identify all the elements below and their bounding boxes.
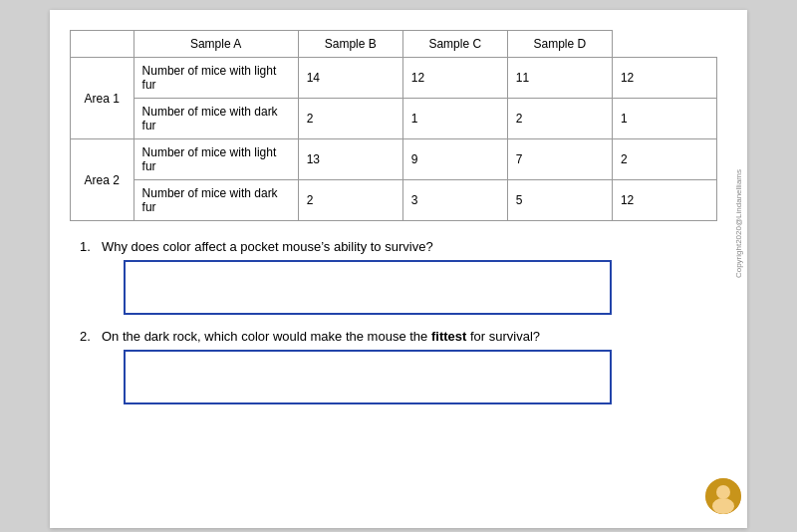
table-row: Area 2 Number of mice with light fur 13 … (71, 139, 717, 180)
row-label-light-fur-area1: Number of mice with light fur (133, 58, 298, 99)
q2-text: On the dark rock, which color would make… (102, 329, 540, 344)
data-table-wrapper: Sample A Sample B Sample C Sample D Area… (70, 30, 717, 221)
cell-b2-dark: 3 (402, 180, 507, 221)
cell-a2-light: 13 (298, 139, 402, 180)
cell-c1-light: 11 (507, 58, 612, 99)
empty-header (71, 31, 134, 58)
cell-a2-dark: 2 (298, 180, 402, 221)
sample-a-header: Sample A (133, 31, 298, 58)
cell-d2-light: 2 (612, 139, 716, 180)
q2-bold: fittest (431, 329, 466, 344)
q1-answer-box[interactable] (124, 260, 612, 315)
sample-c-header: Sample C (402, 31, 507, 58)
cell-b1-dark: 1 (402, 99, 507, 139)
questions-section: 1. Why does color affect a pocket mouse’… (70, 239, 717, 404)
cell-a1-light: 14 (298, 58, 402, 99)
svg-point-1 (716, 485, 730, 499)
area2-label: Area 2 (71, 139, 134, 221)
svg-point-2 (712, 498, 734, 514)
cell-b1-light: 12 (402, 58, 507, 99)
q2-content: On the dark rock, which color would make… (102, 329, 612, 404)
cell-b2-light: 9 (402, 139, 507, 180)
area1-label: Area 1 (71, 58, 134, 139)
sample-d-header: Sample D (507, 31, 612, 58)
sample-b-header: Sample B (298, 31, 402, 58)
cell-a1-dark: 2 (298, 99, 402, 139)
cell-d1-dark: 1 (612, 99, 716, 139)
avatar-icon (705, 478, 741, 514)
row-label-dark-fur-area2: Number of mice with dark fur (133, 180, 298, 221)
cell-c2-dark: 5 (507, 180, 612, 221)
page: Sample A Sample B Sample C Sample D Area… (50, 10, 747, 528)
table-row: Area 1 Number of mice with light fur 14 … (71, 58, 717, 99)
table-row: Number of mice with dark fur 2 3 5 12 (71, 180, 717, 221)
avatar (705, 478, 741, 514)
question-1: 1. Why does color affect a pocket mouse’… (80, 239, 717, 315)
table-row: Number of mice with dark fur 2 1 2 1 (71, 99, 717, 139)
row-label-light-fur-area2: Number of mice with light fur (133, 139, 298, 180)
q2-text-after: for survival? (466, 329, 540, 344)
q1-number: 1. (80, 239, 102, 254)
cell-c2-light: 7 (507, 139, 612, 180)
q2-number: 2. (80, 329, 102, 344)
q1-text: Why does color affect a pocket mouse’s a… (102, 239, 433, 254)
row-label-dark-fur-area1: Number of mice with dark fur (133, 99, 298, 139)
q2-answer-box[interactable] (124, 350, 612, 404)
q2-text-before: On the dark rock, which color would make… (102, 329, 431, 344)
question-2: 2. On the dark rock, which color would m… (80, 329, 717, 404)
cell-d2-dark: 12 (612, 180, 716, 221)
cell-c1-dark: 2 (507, 99, 612, 139)
q1-content: Why does color affect a pocket mouse’s a… (102, 239, 612, 315)
copyright-text: Copyright2020@Lindanelliams (734, 169, 743, 278)
data-table: Sample A Sample B Sample C Sample D Area… (70, 30, 717, 221)
cell-d1-light: 12 (612, 58, 716, 99)
